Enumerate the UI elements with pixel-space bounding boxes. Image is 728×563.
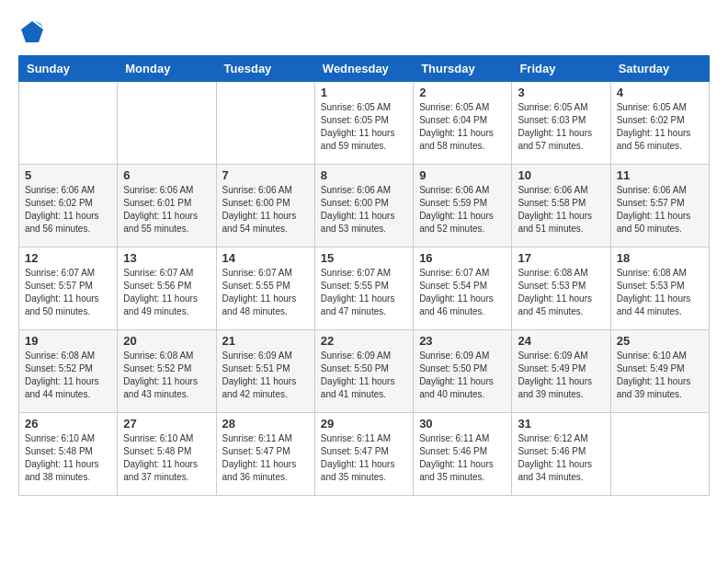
- weekday-header-friday: Friday: [512, 56, 610, 82]
- day-info: Sunrise: 6:06 AM Sunset: 5:59 PM Dayligh…: [419, 184, 506, 236]
- calendar-cell: 9Sunrise: 6:06 AM Sunset: 5:59 PM Daylig…: [414, 165, 512, 247]
- day-number: 23: [419, 334, 506, 348]
- day-info: Sunrise: 6:12 AM Sunset: 5:46 PM Dayligh…: [518, 432, 604, 484]
- week-row-5: 26Sunrise: 6:10 AM Sunset: 5:48 PM Dayli…: [19, 413, 710, 496]
- day-number: 3: [518, 86, 604, 99]
- day-info: Sunrise: 6:07 AM Sunset: 5:56 PM Dayligh…: [123, 267, 210, 318]
- weekday-header-sunday: Sunday: [19, 56, 118, 82]
- day-number: 27: [123, 417, 210, 431]
- calendar-table: SundayMondayTuesdayWednesdayThursdayFrid…: [18, 55, 710, 496]
- day-number: 15: [321, 251, 407, 265]
- day-number: 19: [25, 334, 111, 348]
- day-number: 13: [123, 251, 210, 265]
- calendar-cell: 7Sunrise: 6:06 AM Sunset: 6:00 PM Daylig…: [216, 165, 314, 247]
- calendar-cell: 26Sunrise: 6:10 AM Sunset: 5:48 PM Dayli…: [19, 413, 118, 496]
- weekday-header-monday: Monday: [118, 56, 216, 82]
- day-info: Sunrise: 6:05 AM Sunset: 6:02 PM Dayligh…: [617, 101, 703, 153]
- day-info: Sunrise: 6:06 AM Sunset: 6:00 PM Dayligh…: [222, 184, 309, 236]
- calendar-cell: 5Sunrise: 6:06 AM Sunset: 6:02 PM Daylig…: [19, 165, 118, 247]
- day-number: 2: [419, 86, 506, 99]
- day-number: 8: [321, 168, 407, 182]
- calendar-cell: 28Sunrise: 6:11 AM Sunset: 5:47 PM Dayli…: [216, 413, 314, 496]
- weekday-header-thursday: Thursday: [414, 56, 512, 82]
- weekday-header-wednesday: Wednesday: [314, 56, 413, 82]
- calendar-cell: 4Sunrise: 6:05 AM Sunset: 6:02 PM Daylig…: [610, 82, 709, 165]
- day-number: 22: [321, 334, 407, 348]
- day-number: 11: [617, 168, 703, 182]
- day-info: Sunrise: 6:09 AM Sunset: 5:51 PM Dayligh…: [222, 350, 309, 401]
- day-number: 29: [321, 417, 407, 431]
- weekday-header-row: SundayMondayTuesdayWednesdayThursdayFrid…: [19, 56, 710, 82]
- day-number: 9: [419, 168, 506, 182]
- day-info: Sunrise: 6:05 AM Sunset: 6:05 PM Dayligh…: [321, 101, 407, 153]
- day-info: Sunrise: 6:11 AM Sunset: 5:47 PM Dayligh…: [222, 432, 309, 484]
- day-info: Sunrise: 6:09 AM Sunset: 5:49 PM Dayligh…: [518, 350, 604, 401]
- calendar-cell: 1Sunrise: 6:05 AM Sunset: 6:05 PM Daylig…: [314, 82, 413, 165]
- day-number: 30: [419, 417, 506, 431]
- day-number: 1: [321, 86, 407, 99]
- day-info: Sunrise: 6:07 AM Sunset: 5:54 PM Dayligh…: [419, 267, 506, 318]
- calendar-cell: 17Sunrise: 6:08 AM Sunset: 5:53 PM Dayli…: [512, 247, 610, 330]
- calendar-cell: 11Sunrise: 6:06 AM Sunset: 5:57 PM Dayli…: [610, 165, 709, 247]
- day-number: 6: [123, 168, 210, 182]
- calendar-cell: 31Sunrise: 6:12 AM Sunset: 5:46 PM Dayli…: [512, 413, 610, 496]
- day-number: 4: [617, 86, 703, 99]
- day-number: 7: [222, 168, 309, 182]
- calendar-cell: [118, 82, 216, 165]
- day-info: Sunrise: 6:08 AM Sunset: 5:53 PM Dayligh…: [518, 267, 604, 318]
- day-info: Sunrise: 6:06 AM Sunset: 5:58 PM Dayligh…: [518, 184, 604, 236]
- calendar-cell: 29Sunrise: 6:11 AM Sunset: 5:47 PM Dayli…: [314, 413, 413, 496]
- day-info: Sunrise: 6:06 AM Sunset: 6:00 PM Dayligh…: [321, 184, 407, 236]
- calendar-cell: 18Sunrise: 6:08 AM Sunset: 5:53 PM Dayli…: [610, 247, 709, 330]
- week-row-4: 19Sunrise: 6:08 AM Sunset: 5:52 PM Dayli…: [19, 330, 710, 413]
- calendar-cell: 13Sunrise: 6:07 AM Sunset: 5:56 PM Dayli…: [118, 247, 216, 330]
- calendar-cell: 27Sunrise: 6:10 AM Sunset: 5:48 PM Dayli…: [118, 413, 216, 496]
- day-info: Sunrise: 6:06 AM Sunset: 5:57 PM Dayligh…: [617, 184, 703, 236]
- day-number: 25: [617, 334, 703, 348]
- day-number: 21: [222, 334, 309, 348]
- calendar-cell: 24Sunrise: 6:09 AM Sunset: 5:49 PM Dayli…: [512, 330, 610, 413]
- day-info: Sunrise: 6:05 AM Sunset: 6:04 PM Dayligh…: [419, 101, 506, 153]
- week-row-3: 12Sunrise: 6:07 AM Sunset: 5:57 PM Dayli…: [19, 247, 710, 330]
- day-number: 12: [25, 251, 111, 265]
- week-row-2: 5Sunrise: 6:06 AM Sunset: 6:02 PM Daylig…: [19, 165, 710, 247]
- day-info: Sunrise: 6:11 AM Sunset: 5:47 PM Dayligh…: [321, 432, 407, 484]
- day-info: Sunrise: 6:08 AM Sunset: 5:52 PM Dayligh…: [25, 350, 111, 401]
- day-info: Sunrise: 6:08 AM Sunset: 5:52 PM Dayligh…: [123, 350, 210, 401]
- day-number: 24: [518, 334, 604, 348]
- weekday-header-tuesday: Tuesday: [216, 56, 314, 82]
- calendar-cell: 14Sunrise: 6:07 AM Sunset: 5:55 PM Dayli…: [216, 247, 314, 330]
- calendar-cell: 15Sunrise: 6:07 AM Sunset: 5:55 PM Dayli…: [314, 247, 413, 330]
- day-number: 10: [518, 168, 604, 182]
- week-row-1: 1Sunrise: 6:05 AM Sunset: 6:05 PM Daylig…: [19, 82, 710, 165]
- calendar-cell: 10Sunrise: 6:06 AM Sunset: 5:58 PM Dayli…: [512, 165, 610, 247]
- calendar-cell: 22Sunrise: 6:09 AM Sunset: 5:50 PM Dayli…: [314, 330, 413, 413]
- day-number: 20: [123, 334, 210, 348]
- calendar-cell: [610, 413, 709, 496]
- day-number: 14: [222, 251, 309, 265]
- calendar-cell: 23Sunrise: 6:09 AM Sunset: 5:50 PM Dayli…: [414, 330, 512, 413]
- day-number: 17: [518, 251, 604, 265]
- day-number: 31: [518, 417, 604, 431]
- day-info: Sunrise: 6:10 AM Sunset: 5:48 PM Dayligh…: [123, 432, 210, 484]
- calendar-cell: [216, 82, 314, 165]
- calendar-cell: 16Sunrise: 6:07 AM Sunset: 5:54 PM Dayli…: [414, 247, 512, 330]
- calendar-cell: 2Sunrise: 6:05 AM Sunset: 6:04 PM Daylig…: [414, 82, 512, 165]
- calendar-cell: 19Sunrise: 6:08 AM Sunset: 5:52 PM Dayli…: [19, 330, 118, 413]
- day-info: Sunrise: 6:05 AM Sunset: 6:03 PM Dayligh…: [518, 101, 604, 153]
- page-header: [18, 18, 710, 46]
- logo-icon: [18, 18, 46, 46]
- day-info: Sunrise: 6:07 AM Sunset: 5:55 PM Dayligh…: [222, 267, 309, 318]
- day-number: 16: [419, 251, 506, 265]
- weekday-header-saturday: Saturday: [610, 56, 709, 82]
- day-info: Sunrise: 6:07 AM Sunset: 5:57 PM Dayligh…: [25, 267, 111, 318]
- calendar-cell: 6Sunrise: 6:06 AM Sunset: 6:01 PM Daylig…: [118, 165, 216, 247]
- calendar-cell: 30Sunrise: 6:11 AM Sunset: 5:46 PM Dayli…: [414, 413, 512, 496]
- day-info: Sunrise: 6:06 AM Sunset: 6:01 PM Dayligh…: [123, 184, 210, 236]
- day-info: Sunrise: 6:11 AM Sunset: 5:46 PM Dayligh…: [419, 432, 506, 484]
- day-info: Sunrise: 6:07 AM Sunset: 5:55 PM Dayligh…: [321, 267, 407, 318]
- day-number: 18: [617, 251, 703, 265]
- day-number: 26: [25, 417, 111, 431]
- calendar-cell: 8Sunrise: 6:06 AM Sunset: 6:00 PM Daylig…: [314, 165, 413, 247]
- day-info: Sunrise: 6:09 AM Sunset: 5:50 PM Dayligh…: [419, 350, 506, 401]
